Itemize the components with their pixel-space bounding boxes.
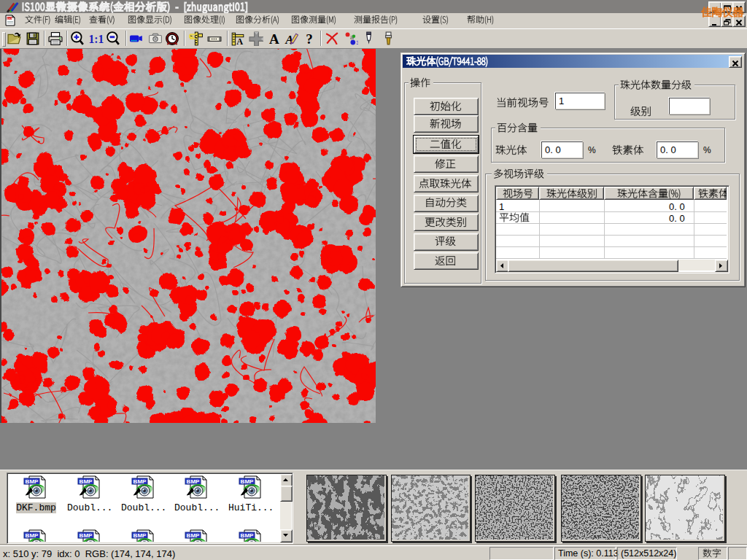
svg-text:1:1: 1:1 bbox=[89, 33, 104, 45]
svg-text:DOC: DOC bbox=[7, 17, 14, 20]
svg-text:A: A bbox=[269, 31, 279, 46]
svg-text:3: 3 bbox=[356, 39, 358, 46]
svg-text:?: ? bbox=[306, 31, 313, 46]
svg-text:A: A bbox=[236, 36, 243, 46]
